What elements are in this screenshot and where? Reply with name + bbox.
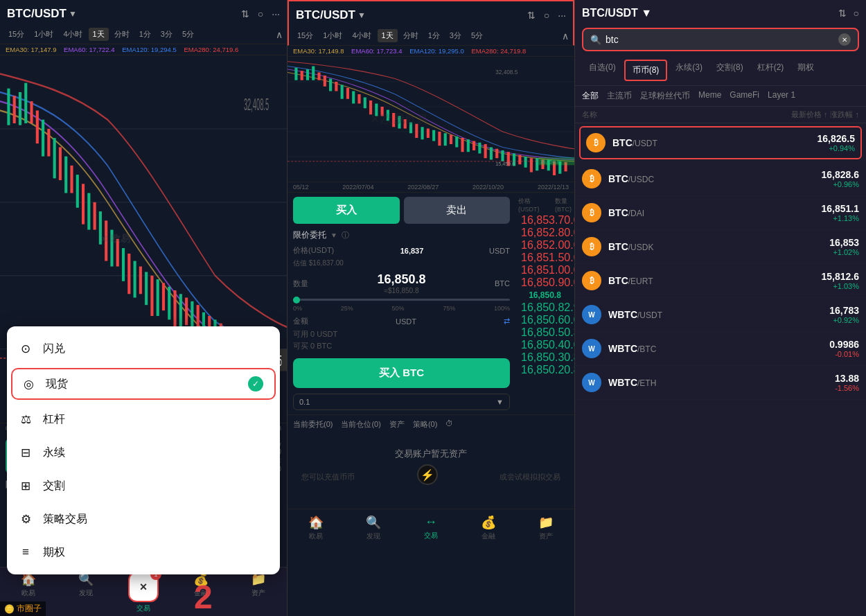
tf-ft-2[interactable]: 分时	[399, 29, 423, 42]
search-clear-btn[interactable]: ✕	[838, 33, 851, 46]
tf-3m[interactable]: 3分	[157, 28, 177, 41]
tf-more[interactable]: ∧	[276, 29, 283, 40]
margin-icon: ⚖	[18, 412, 33, 427]
asset-row-btc-usdc[interactable]: ₿ BTC/USDC 16,828.6 +0.96%	[575, 162, 866, 196]
tab-strategy[interactable]: 策略(0)	[413, 419, 437, 430]
nav-trade-1[interactable]: × 1 交易	[115, 572, 173, 613]
tf-4h[interactable]: 4小时	[59, 28, 87, 41]
cat-tab-spot[interactable]: 币币(8)	[624, 60, 668, 81]
tf-15m-2[interactable]: 15分	[293, 29, 317, 42]
tf-1h-2[interactable]: 1小时	[319, 29, 346, 42]
svg-rect-100	[484, 144, 487, 158]
exchange-button[interactable]: × 1	[128, 572, 159, 602]
dropdown-margin[interactable]: ⚖ 杠杆	[7, 403, 280, 436]
circle-icon-1[interactable]: ○	[258, 8, 263, 19]
p3-transfer-icon[interactable]: ⇅	[838, 8, 847, 19]
tab-assets[interactable]: 资产	[389, 419, 405, 430]
tf-ft[interactable]: 分时	[110, 28, 134, 41]
sell-btn-2[interactable]: 卖出	[404, 197, 511, 224]
dropdown-strategy[interactable]: ⚙ 策略交易	[7, 502, 280, 536]
order-type-label-2[interactable]: 限价委托	[293, 229, 326, 241]
sub-cat-gamefi[interactable]: GameFi	[730, 90, 759, 102]
dropdown-delivery[interactable]: ⊞ 交割	[7, 469, 280, 502]
more-icon-2[interactable]: ···	[558, 10, 566, 21]
asset-row-btc-usdk[interactable]: ₿ BTC/USDK 16,853 +1.02%	[575, 230, 866, 264]
tf-1d-2[interactable]: 1天	[378, 29, 398, 42]
asset-row-wbtc-usdt[interactable]: W WBTC/USDT 16,783 +0.92%	[575, 298, 866, 332]
tab-current-orders[interactable]: 当前委托(0)	[293, 419, 333, 430]
bid-row-2: 16,850.82.983	[518, 301, 572, 314]
buy-btn-2[interactable]: 买入	[293, 197, 400, 224]
search-box[interactable]: 🔍 ✕	[582, 28, 859, 51]
svg-rect-70	[312, 67, 315, 80]
p3-pair-title[interactable]: BTC/USDT ▼	[582, 7, 652, 19]
asset-row-btc-usdt[interactable]: ₿ BTC/USDT 16,826.5 +0.94%	[579, 126, 862, 159]
p2-nav-home[interactable]: 🏠 欧易	[288, 515, 345, 541]
dropdown-spot[interactable]: ◎ 现货 ✓	[11, 368, 276, 400]
svg-rect-17	[76, 175, 79, 208]
tf-15m[interactable]: 15分	[4, 28, 28, 41]
svg-text:32,408.5: 32,408.5	[495, 68, 518, 75]
ema60-2: EMA60: 17,723.4	[351, 47, 402, 55]
lot-selector[interactable]: 0.1 ▼	[293, 394, 510, 410]
asset-row-btc-dai[interactable]: ₿ BTC/DAI 16,851.1 +1.13%	[575, 196, 866, 230]
tf-1h[interactable]: 1小时	[30, 28, 58, 41]
cat-tab-options[interactable]: 期权	[790, 58, 821, 82]
tf-3m-2[interactable]: 3分	[445, 29, 466, 42]
tf-1m-2[interactable]: 1分	[424, 29, 444, 42]
transfer-icon-1[interactable]: ⇅	[241, 8, 249, 19]
tab-timer-icon[interactable]: ⏱	[445, 419, 453, 430]
tf-1d[interactable]: 1天	[89, 28, 109, 41]
svg-rect-14	[59, 147, 62, 180]
cat-tab-perpetual[interactable]: 永续(3)	[669, 58, 709, 82]
price-value: 16,837	[400, 247, 424, 255]
qty-slider[interactable]	[293, 299, 510, 301]
transfer-icon-2[interactable]: ⇅	[527, 10, 536, 21]
asset-row-wbtc-btc[interactable]: W WBTC/BTC 0.9986 -0.01%	[575, 332, 866, 366]
can-buy-label: 可买 0 BTC	[293, 341, 510, 351]
perpetual-label: 永续	[43, 446, 65, 460]
svg-rect-75	[341, 85, 344, 99]
sub-cat-layer1[interactable]: Layer 1	[768, 90, 795, 102]
btc-usdc-change: +0.96%	[822, 180, 860, 188]
dropdown-flash[interactable]: ⊙ 闪兑	[7, 332, 280, 365]
p2-home-icon: 🏠	[308, 515, 324, 530]
tf-5m-2[interactable]: 5分	[467, 29, 487, 42]
tf-more-2[interactable]: ∧	[562, 30, 569, 42]
sub-cat-mainstream[interactable]: 主流币	[607, 90, 632, 102]
more-icon-1[interactable]: ···	[272, 8, 280, 19]
tab-current-positions[interactable]: 当前仓位(0)	[341, 419, 380, 430]
nav-discover-1[interactable]: 🔍 发现	[58, 572, 115, 613]
nav-assets-1[interactable]: 📁 资产	[229, 572, 287, 613]
p2-nav-trade[interactable]: ↔ 交易	[403, 515, 460, 541]
category-tabs: 自选(0) 币币(8) 永续(3) 交割(8) 杠杆(2) 期权	[575, 55, 866, 86]
circle-icon-2[interactable]: ○	[544, 10, 549, 21]
big-buy-btn[interactable]: 买入 BTC	[293, 358, 510, 388]
asset-row-wbtc-eth[interactable]: W WBTC/ETH 13.88 -1.56%	[575, 366, 866, 400]
p2-nav-finance[interactable]: 💰 金融	[459, 515, 517, 541]
cat-tab-delivery[interactable]: 交割(8)	[709, 58, 750, 82]
cat-tab-watchlist[interactable]: 自选(0)	[582, 58, 623, 82]
sub-cat-meme[interactable]: Meme	[698, 90, 721, 102]
tf-4h-2[interactable]: 4小时	[348, 29, 375, 42]
asset-row-btc-eurt[interactable]: ₿ BTC/EURT 15,812.6 +1.03%	[575, 264, 866, 298]
tf-1m[interactable]: 1分	[135, 28, 155, 41]
tf-5m[interactable]: 5分	[178, 28, 198, 41]
big-qty: 16,850.8	[308, 272, 495, 287]
cat-tab-margin[interactable]: 杠杆(2)	[750, 58, 791, 82]
pair-title-2[interactable]: BTC/USDT ▼	[296, 8, 366, 22]
pair-title-1[interactable]: BTC/USDT ▼	[7, 7, 77, 21]
nav-finance-1[interactable]: 💰 金融	[172, 572, 229, 613]
swap-icon[interactable]: ⚡	[417, 464, 438, 485]
p3-circle-icon[interactable]: ○	[854, 8, 859, 19]
svg-rect-8	[24, 83, 27, 123]
search-input[interactable]	[606, 34, 834, 45]
sub-cat-all[interactable]: 全部	[582, 90, 599, 102]
p2-nav-discover[interactable]: 🔍 发现	[345, 515, 403, 541]
sub-cat-football[interactable]: 足球粉丝代币	[640, 90, 690, 102]
header-2: BTC/USDT ▼ ⇅ ○ ···	[288, 0, 574, 26]
dropdown-perpetual[interactable]: ⊟ 永续	[7, 436, 280, 469]
dropdown-options[interactable]: ≡ 期权	[7, 536, 280, 569]
p2-nav-assets[interactable]: 📁 资产	[517, 515, 574, 541]
wbtc-usdt-price: 16,783	[829, 305, 859, 316]
